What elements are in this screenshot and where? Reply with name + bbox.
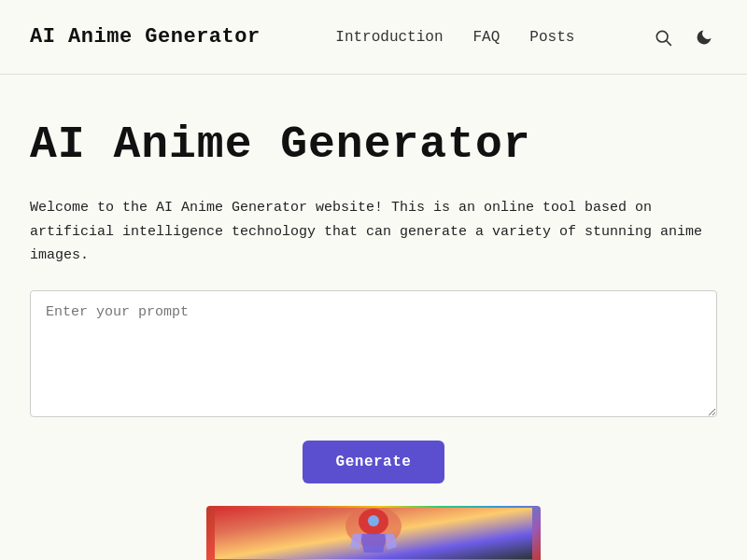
navbar: AI Anime Generator Introduction FAQ Post… <box>0 0 747 75</box>
svg-line-1 <box>667 40 671 45</box>
nav-link-introduction[interactable]: Introduction <box>335 29 443 46</box>
main-content: AI Anime Generator Welcome to the AI Ani… <box>0 75 747 560</box>
theme-toggle-button[interactable] <box>691 24 717 50</box>
nav-icon-group <box>650 24 717 50</box>
search-button[interactable] <box>650 24 676 50</box>
prompt-input[interactable] <box>30 290 717 417</box>
svg-marker-6 <box>359 534 388 553</box>
page-title: AI Anime Generator <box>30 119 717 170</box>
nav-link-faq[interactable]: FAQ <box>473 29 500 46</box>
generate-btn-wrapper: Generate <box>30 441 717 483</box>
preview-graphic <box>215 508 532 559</box>
anime-image-preview <box>206 506 541 561</box>
nav-links: Introduction FAQ Posts <box>335 29 574 46</box>
brand-name: AI Anime Generator <box>30 25 261 49</box>
search-icon <box>654 28 672 47</box>
nav-link-posts[interactable]: Posts <box>529 29 574 46</box>
page-description: Welcome to the AI Anime Generator websit… <box>30 196 717 268</box>
svg-point-5 <box>368 515 379 526</box>
moon-icon <box>695 28 713 47</box>
generate-button[interactable]: Generate <box>303 441 445 483</box>
